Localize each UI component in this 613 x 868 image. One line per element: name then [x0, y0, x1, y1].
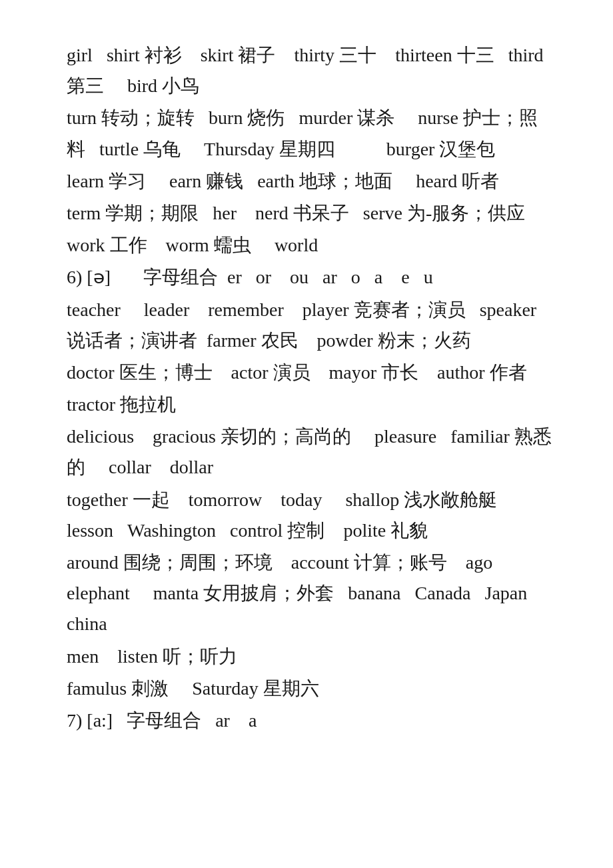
line-4: term 学期；期限 her nerd 书呆子 serve 为-服务；供应 — [67, 198, 560, 229]
text-line-9: tractor 拖拉机 — [67, 394, 176, 415]
line-7: teacher leader remember player 竞赛者；演员 sp… — [67, 295, 560, 356]
text-line-14: famulus 刺激 Saturday 星期六 — [67, 678, 319, 699]
text-line-15: 7) [a:] 字母组合 ar a — [67, 710, 257, 731]
text-line-11: together 一起 tomorrow today shallop 浅水敞舱艇… — [67, 489, 511, 541]
text-line-13: men listen 听；听力 — [67, 646, 237, 667]
line-6: 6) [ə] 字母组合 er or ou ar o a e u — [67, 262, 560, 293]
line-3: learn 学习 earn 赚钱 earth 地球；地面 heard 听者 — [67, 166, 560, 197]
line-5: work 工作 worm 蠕虫 world — [67, 230, 560, 261]
line-14: famulus 刺激 Saturday 星期六 — [67, 673, 560, 704]
text-line-10: delicious gracious 亲切的；高尚的 pleasure fami… — [67, 426, 552, 477]
text-line-2: turn 转动；旋转 burn 烧伤 murder 谋杀 nurse 护士；照料… — [67, 107, 538, 159]
line-9: tractor 拖拉机 — [67, 389, 560, 420]
main-content: girl shirt 衬衫 skirt 裙子 thirty 三十 thirtee… — [67, 40, 560, 736]
line-11: together 一起 tomorrow today shallop 浅水敞舱艇… — [67, 485, 560, 546]
line-1: girl shirt 衬衫 skirt 裙子 thirty 三十 thirtee… — [67, 40, 560, 101]
line-12: around 围绕；周围；环境 account 计算；账号 ago elepha… — [67, 547, 560, 640]
line-13: men listen 听；听力 — [67, 641, 560, 672]
text-line-7: teacher leader remember player 竞赛者；演员 sp… — [67, 299, 536, 351]
line-10: delicious gracious 亲切的；高尚的 pleasure fami… — [67, 421, 560, 483]
text-line-3: learn 学习 earn 赚钱 earth 地球；地面 heard 听者 — [67, 171, 499, 191]
text-line-4: term 学期；期限 her nerd 书呆子 serve 为-服务；供应 — [67, 203, 525, 223]
text-line-6: 6) [ə] 字母组合 er or ou ar o a e u — [67, 267, 433, 287]
line-8: doctor 医生；博士 actor 演员 mayor 市长 author 作者 — [67, 357, 560, 388]
text-line-12: around 围绕；周围；环境 account 计算；账号 ago elepha… — [67, 552, 536, 634]
line-2: turn 转动；旋转 burn 烧伤 murder 谋杀 nurse 护士；照料… — [67, 103, 560, 164]
line-15: 7) [a:] 字母组合 ar a — [67, 705, 560, 736]
text-line-5: work 工作 worm 蠕虫 world — [67, 235, 318, 255]
text-line-8: doctor 医生；博士 actor 演员 mayor 市长 author 作者 — [67, 362, 527, 383]
text-line-1: girl shirt 衬衫 skirt 裙子 thirty 三十 thirtee… — [67, 45, 544, 96]
